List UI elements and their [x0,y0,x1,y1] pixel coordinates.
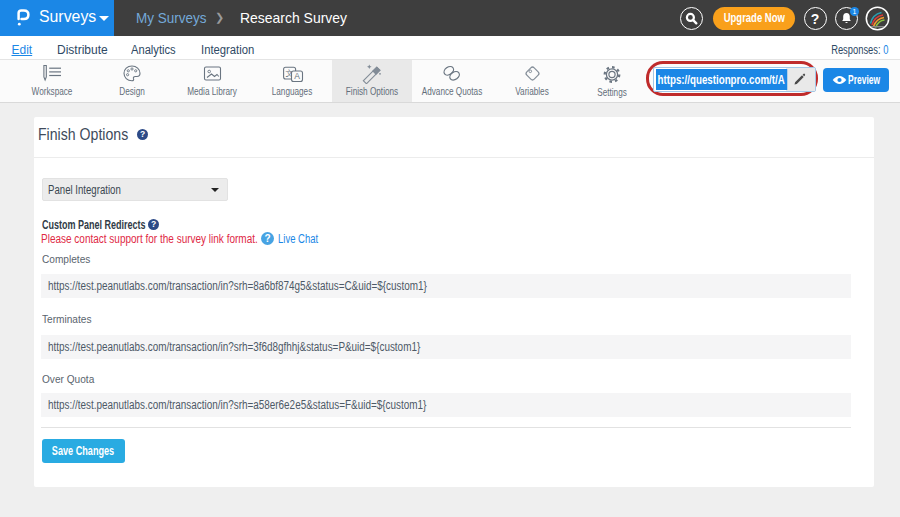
svg-text:A: A [294,71,300,81]
